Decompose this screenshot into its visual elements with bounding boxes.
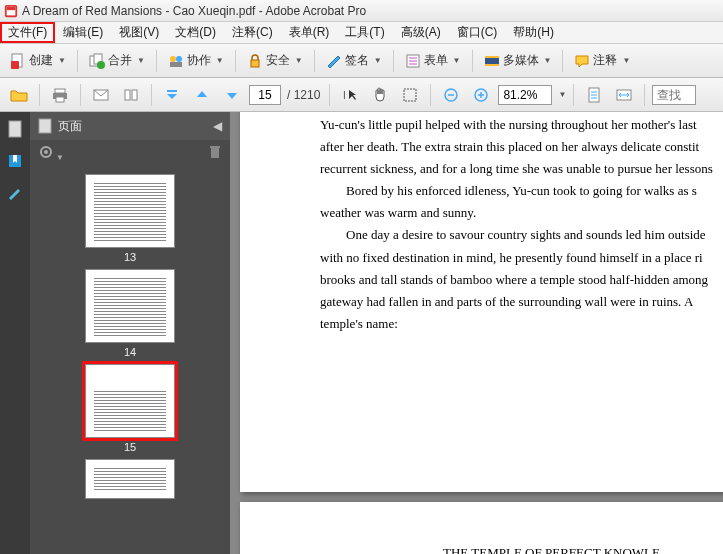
separator [39,84,40,106]
document-view[interactable]: Yu-cun's little pupil helped with the nu… [230,112,723,554]
nav-signatures-icon[interactable] [4,182,26,204]
document-page: Yu-cun's little pupil helped with the nu… [240,112,723,492]
content-area: 页面 ◀ ▼ 13 14 15 Yu-cun's little pupil he… [0,112,723,554]
collapse-icon[interactable]: ◀ [213,119,222,133]
zoom-in-button[interactable] [468,82,494,108]
svg-rect-21 [56,97,64,102]
svg-rect-35 [9,121,21,137]
create-button[interactable]: 创建▼ [6,48,70,74]
thumbnails[interactable]: 13 14 15 [30,166,230,554]
collaborate-button[interactable]: 协作▼ [164,48,228,74]
email-icon [93,88,109,102]
menu-help[interactable]: 帮助(H) [505,22,562,43]
collaborate-label: 协作 [187,52,211,69]
separator [573,84,574,106]
create-label: 创建 [29,52,53,69]
first-page-button[interactable] [159,82,185,108]
comment-button[interactable]: 注释▼ [570,48,634,74]
svg-rect-11 [251,60,259,67]
comment-label: 注释 [593,52,617,69]
menu-view[interactable]: 视图(V) [111,22,167,43]
menu-file[interactable]: 文件(F) [0,22,55,43]
select-icon: I [342,87,358,103]
page-panel-toolbar: ▼ [30,140,230,166]
separator [235,50,236,72]
thumb-number: 14 [124,346,136,358]
separator [472,50,473,72]
separator [393,50,394,72]
menu-edit[interactable]: 编辑(E) [55,22,111,43]
multimedia-button[interactable]: 多媒体▼ [480,48,556,74]
select-tool-button[interactable]: I [337,82,363,108]
menu-document[interactable]: 文档(D) [167,22,224,43]
separator [156,50,157,72]
svg-text:I: I [343,90,346,101]
combine-button[interactable]: 合并▼ [85,48,149,74]
thumbnail[interactable]: 13 [85,174,175,263]
heading-text: THE TEMPLE OF PERFECT KNOWLE [320,542,723,554]
hand-tool-button[interactable] [367,82,393,108]
thumbnail[interactable]: 14 [85,269,175,358]
body-text: brooks and tall stands of bamboo where a… [320,269,723,291]
open-button[interactable] [6,82,32,108]
next-page-button[interactable] [219,82,245,108]
svg-point-7 [97,61,105,69]
collaborate-icon [168,53,184,69]
fit-page-button[interactable] [581,82,607,108]
menu-form[interactable]: 表单(R) [281,22,338,43]
zoom-input[interactable] [498,85,552,105]
window-title: A Dream of Red Mansions - Cao Xueqin.pdf… [22,4,366,18]
multimedia-label: 多媒体 [503,52,539,69]
zoom-out-button[interactable] [438,82,464,108]
combine-icon [89,53,105,69]
search-input[interactable] [652,85,696,105]
gear-icon[interactable]: ▼ [38,144,64,163]
printer-icon [52,87,68,103]
page-number-input[interactable] [249,85,281,105]
combine-label: 合并 [108,52,132,69]
svg-point-8 [170,56,176,62]
email-button[interactable] [88,82,114,108]
nav-pages-icon[interactable] [4,118,26,140]
dropdown-icon[interactable]: ▼ [558,90,566,99]
menu-bar: 文件(F) 编辑(E) 视图(V) 文档(D) 注释(C) 表单(R) 工具(T… [0,22,723,44]
page-total: / 1210 [287,88,320,102]
title-bar: A Dream of Red Mansions - Cao Xueqin.pdf… [0,0,723,22]
prev-page-button[interactable] [189,82,215,108]
dropdown-icon: ▼ [374,56,382,65]
thumbnail[interactable]: 15 [85,364,175,453]
document-page: THE TEMPLE OF PERFECT KNOWLE [240,502,723,554]
thumb-number: 15 [124,441,136,453]
body-text: after her death. The extra strain this p… [320,136,723,158]
menu-comment[interactable]: 注释(C) [224,22,281,43]
sign-label: 签名 [345,52,369,69]
separator [329,84,330,106]
page-panel-title: 页面 [58,118,82,135]
svg-rect-40 [211,148,219,158]
down-arrow-icon [225,88,239,102]
fit-width-button[interactable] [611,82,637,108]
separator [562,50,563,72]
separator [644,84,645,106]
marquee-zoom-button[interactable] [397,82,423,108]
print-button[interactable] [47,82,73,108]
menu-tool[interactable]: 工具(T) [337,22,392,43]
svg-rect-19 [55,89,65,93]
svg-rect-25 [167,90,177,92]
secure-button[interactable]: 安全▼ [243,48,307,74]
forms-icon [405,53,421,69]
nav-rail [0,112,30,554]
menu-advanced[interactable]: 高级(A) [393,22,449,43]
toolbar-main: 创建▼ 合并▼ 协作▼ 安全▼ 签名▼ 表单▼ 多媒体▼ 注释▼ [0,44,723,78]
pages-button[interactable] [118,82,144,108]
nav-bookmarks-icon[interactable] [4,150,26,172]
separator [77,50,78,72]
hand-icon [372,87,388,103]
thumbnail[interactable] [85,459,175,499]
trash-icon[interactable] [208,144,222,163]
sign-button[interactable]: 签名▼ [322,48,386,74]
body-text: Yu-cun's little pupil helped with the nu… [320,114,723,136]
forms-button[interactable]: 表单▼ [401,48,465,74]
menu-window[interactable]: 窗口(C) [449,22,506,43]
svg-rect-2 [7,6,16,10]
